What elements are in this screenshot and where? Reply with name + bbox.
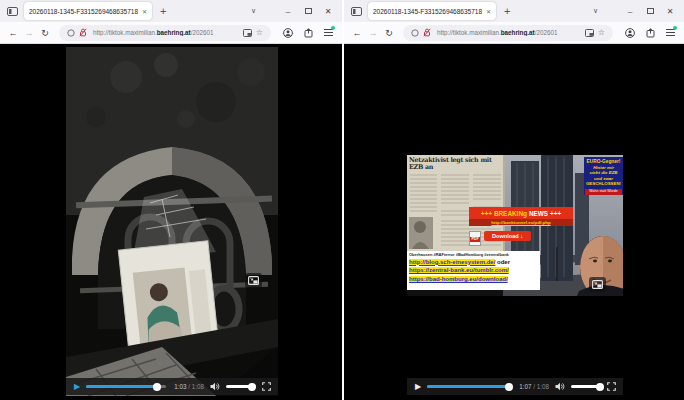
fullscreen-button[interactable] bbox=[262, 382, 271, 391]
tab-list-chevron-icon[interactable]: ∨ bbox=[251, 7, 256, 15]
pdf-file-icon: PDF bbox=[469, 231, 481, 246]
tab[interactable]: 20260118-1345-F3315269468635718 ✕ bbox=[368, 2, 496, 20]
progress-knob[interactable] bbox=[505, 383, 513, 391]
link-url[interactable]: https://bad-homburg.eu/download/ bbox=[409, 276, 508, 282]
banner-suffix: +++ bbox=[550, 210, 561, 217]
url-prefix: http://tiktok.maximilian. bbox=[93, 29, 157, 36]
account-icon[interactable] bbox=[621, 28, 639, 38]
back-button[interactable]: ← bbox=[349, 28, 365, 38]
link-url[interactable]: http://blog.sch-einesystem.de/ bbox=[409, 259, 495, 265]
sign-title: EURO-Gegner! bbox=[585, 159, 622, 165]
bookmark-star-icon[interactable]: ☆ bbox=[256, 28, 263, 37]
picture-in-picture-toggle[interactable] bbox=[589, 277, 606, 292]
volume-knob[interactable] bbox=[248, 383, 256, 391]
fullscreen-button[interactable] bbox=[607, 382, 616, 391]
volume-slider[interactable] bbox=[571, 385, 601, 388]
tab[interactable]: 20260118-1345-F3315269468635718 ✕ bbox=[24, 2, 152, 20]
pip-urlbar-icon[interactable] bbox=[243, 29, 252, 37]
play-button[interactable]: ▶ bbox=[74, 383, 80, 391]
forward-button[interactable]: → bbox=[21, 28, 37, 38]
pip-urlbar-icon[interactable] bbox=[585, 29, 594, 37]
menu-button[interactable] bbox=[319, 29, 337, 36]
banner-word2: NEWS bbox=[529, 210, 548, 217]
tab-title: 20260118-1345-F3315269468635718 bbox=[29, 8, 138, 15]
tab-strip-right: 20260118-1345-F3315269468635718 ✕ + ∨ – … bbox=[344, 0, 684, 22]
account-icon[interactable] bbox=[279, 28, 297, 38]
picture-in-picture-toggle[interactable] bbox=[245, 273, 262, 288]
close-window-button[interactable]: ✕ bbox=[660, 7, 680, 16]
tracking-shield-icon[interactable] bbox=[411, 29, 419, 37]
page-content-left: ▶ 1:03 / 1:08 bbox=[0, 44, 342, 400]
mute-button[interactable] bbox=[210, 382, 220, 391]
progress-knob[interactable] bbox=[153, 383, 161, 391]
browser-window-right: 20260118-1345-F3315269468635718 ✕ + ∨ – … bbox=[342, 0, 684, 400]
forward-button[interactable]: → bbox=[365, 28, 381, 38]
bookmark-star-icon[interactable]: ☆ bbox=[598, 28, 605, 37]
newspaper-headline: Netzaktivist legt sich mit EZB an bbox=[409, 157, 504, 170]
tab-list-chevron-icon[interactable]: ∨ bbox=[593, 7, 598, 15]
address-bar[interactable]: http://tiktok.maximilian.baehring.at/202… bbox=[59, 25, 271, 41]
mute-button[interactable] bbox=[555, 382, 565, 391]
share-page-icon[interactable] bbox=[299, 28, 317, 38]
menu-bar bbox=[324, 35, 333, 36]
current-time: 1:03 bbox=[174, 383, 186, 390]
page-content-right: Netzaktivist legt sich mit EZB an EURO-G… bbox=[344, 44, 684, 400]
back-button[interactable]: ← bbox=[5, 28, 21, 38]
download-row: PDF Download ↓ bbox=[469, 231, 531, 246]
maximize-button[interactable] bbox=[640, 7, 660, 16]
link-line-3[interactable]: https://bad-homburg.eu/download/ bbox=[409, 275, 538, 284]
url-domain: baehring.at bbox=[501, 29, 535, 36]
tab-title: 20260118-1345-F3315269468635718 bbox=[373, 8, 482, 15]
navigation-toolbar-left: ← → ↻ http://tiktok.maximilian.baehring.… bbox=[0, 22, 342, 44]
minimize-button[interactable]: – bbox=[278, 7, 298, 16]
banner-link[interactable]: http://banktunnel.eu/pdf.php bbox=[469, 219, 573, 226]
reload-button[interactable]: ↻ bbox=[37, 28, 53, 38]
link-line-1[interactable]: http://blog.sch-einesystem.de/ oder bbox=[409, 258, 538, 267]
sign-line: steht die EZB bbox=[585, 170, 622, 176]
volume-slider[interactable] bbox=[226, 385, 256, 388]
menu-button[interactable] bbox=[661, 29, 679, 36]
video-left[interactable] bbox=[66, 47, 278, 396]
new-tab-button[interactable]: + bbox=[160, 6, 166, 16]
progress-bar[interactable] bbox=[86, 385, 166, 388]
volume-knob[interactable] bbox=[596, 383, 604, 391]
menu-bar bbox=[666, 32, 675, 33]
url-suffix: /202601 bbox=[191, 29, 214, 36]
video-right[interactable]: Netzaktivist legt sich mit EZB an EURO-G… bbox=[407, 155, 623, 296]
minimize-button[interactable]: – bbox=[620, 7, 640, 16]
screen: 20260118-1345-F3315269468635718 ✕ + ∨ – … bbox=[0, 0, 684, 400]
new-tab-button[interactable]: + bbox=[504, 6, 510, 16]
banner-word1: BREAKINg bbox=[494, 210, 527, 217]
play-button[interactable]: ▶ bbox=[415, 383, 421, 391]
progress-bar[interactable] bbox=[427, 385, 511, 388]
download-button[interactable]: Download ↓ bbox=[484, 231, 531, 241]
tab-close-icon[interactable]: ✕ bbox=[142, 8, 147, 15]
tab-close-icon[interactable]: ✕ bbox=[486, 8, 491, 15]
insecure-lock-icon[interactable] bbox=[423, 28, 431, 37]
url-prefix: http://tiktok.maximilian. bbox=[437, 29, 501, 36]
maximize-icon bbox=[647, 8, 654, 14]
url-domain: baehring.at bbox=[157, 29, 191, 36]
video-controls-left: ▶ 1:03 / 1:08 bbox=[66, 378, 278, 395]
reload-button[interactable]: ↻ bbox=[381, 28, 397, 38]
link-line-2[interactable]: https://zentral-bank.eu/tumblr.com/ bbox=[409, 266, 538, 275]
protest-sign: EURO-Gegner! Hinter mir steht die EZB un… bbox=[584, 157, 623, 195]
share-page-icon[interactable] bbox=[641, 28, 659, 38]
close-window-button[interactable]: ✕ bbox=[318, 7, 338, 16]
tracking-shield-icon[interactable] bbox=[67, 29, 75, 37]
menu-bar bbox=[666, 35, 675, 36]
link-url[interactable]: https://zentral-bank.eu/tumblr.com/ bbox=[409, 267, 509, 273]
maximize-button[interactable] bbox=[298, 7, 318, 16]
menu-bar bbox=[324, 32, 333, 33]
sign-line: GESCHLOSSEN! bbox=[585, 181, 622, 187]
browser-window-left: 20260118-1345-F3315269468635718 ✕ + ∨ – … bbox=[0, 0, 342, 400]
insecure-lock-icon[interactable] bbox=[79, 28, 87, 37]
firefox-view-icon[interactable] bbox=[4, 4, 20, 18]
tab-strip-left: 20260118-1345-F3315269468635718 ✕ + ∨ – … bbox=[0, 0, 342, 22]
window-controls: ∨ – ✕ bbox=[593, 7, 680, 16]
address-bar[interactable]: http://tiktok.maximilian.baehring.at/202… bbox=[403, 25, 613, 41]
firefox-view-icon[interactable] bbox=[348, 4, 364, 18]
url-text: http://tiktok.maximilian.baehring.at/202… bbox=[93, 29, 237, 36]
left-video-scene bbox=[66, 47, 278, 396]
menu-update-badge bbox=[331, 26, 335, 30]
